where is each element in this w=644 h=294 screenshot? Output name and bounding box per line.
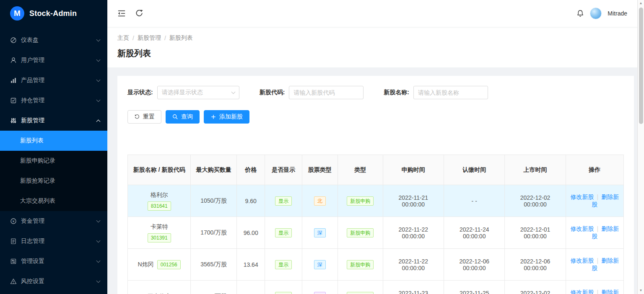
reset-button-label: 重置 xyxy=(143,113,155,121)
edit-stock-link[interactable]: 修改新股 xyxy=(571,225,594,232)
edit-stock-link[interactable]: 修改新股 xyxy=(571,257,594,264)
sidebar-item-label: 用户管理 xyxy=(21,57,93,64)
reset-icon xyxy=(134,114,140,120)
delete-stock-link[interactable]: 删除新股 xyxy=(592,225,619,240)
page-content: 主页 / 新股管理 / 新股列表 新股列表 显示状态: 请选择显示状态 xyxy=(107,27,644,294)
sidebar-item-users[interactable]: 用户管理 xyxy=(0,50,107,70)
cell-list-time: 2022-12-01 00:00:00 xyxy=(505,217,566,249)
col-header-type: 类型 xyxy=(338,155,383,185)
sidebar-item-dashboard[interactable]: 仪表盘 xyxy=(0,30,107,50)
col-header-stock-type: 股票类型 xyxy=(302,155,338,185)
scrollbar-down-arrow[interactable]: ▼ xyxy=(639,287,643,294)
sidebar-menu: 仪表盘 用户管理 产品管理 持仓管 xyxy=(0,27,107,294)
table-row[interactable]: 三未信安 1914/万股 78.89 显示 沪 新股申购 2022-11-23 … xyxy=(128,281,624,294)
stock-name: 卡莱特 xyxy=(151,223,168,231)
sidebar-item-label: 产品管理 xyxy=(21,77,93,84)
sliders-icon xyxy=(10,117,17,124)
sidebar-subitem-subscribe-records[interactable]: 新股申购记录 xyxy=(0,151,107,171)
breadcrumb-separator: / xyxy=(164,35,166,41)
action-divider: | xyxy=(597,289,599,294)
col-header-pay-time: 认缴时间 xyxy=(444,155,505,185)
status-select-placeholder: 请选择显示状态 xyxy=(162,89,232,96)
stock-type-tag: 北 xyxy=(314,196,326,206)
app-logo: M Stock-Admin xyxy=(0,0,107,27)
table-header-row: 新股名称 / 新股代码 最大购买数量 价格 是否显示 股票类型 类型 申购时间 … xyxy=(128,155,624,185)
user-avatar[interactable] xyxy=(590,8,602,19)
stock-code-tag: 001256 xyxy=(157,260,181,269)
user-name[interactable]: Mitrade xyxy=(608,10,627,17)
main-area: Mitrade 主页 / 新股管理 / 新股列表 新股列表 显示状态: xyxy=(107,0,644,294)
visible-tag: 显示 xyxy=(275,196,292,206)
visible-tag: 显示 xyxy=(275,228,292,237)
sidebar-item-label: 管理设置 xyxy=(21,258,93,265)
cell-max-buy: 1050/万股 xyxy=(191,185,237,217)
delete-stock-link[interactable]: 删除新股 xyxy=(592,193,619,208)
reset-button[interactable]: 重置 xyxy=(127,110,161,124)
cell-pay-time: 2022-12-06 00:00:00 xyxy=(444,249,505,281)
breadcrumb-separator: / xyxy=(132,35,134,41)
sidebar-subitem-grab-records[interactable]: 新股抢筹记录 xyxy=(0,171,107,191)
type-tag: 新股申购 xyxy=(347,260,374,269)
sidebar-item-admin-settings[interactable]: 管理设置 xyxy=(0,251,107,271)
scrollbar-up-arrow[interactable]: ▲ xyxy=(639,0,643,7)
table-row[interactable]: 卡莱特 301391 1700/万股 96.00 显示 深 新股申购 2022-… xyxy=(128,217,624,249)
cell-type: 新股申购 xyxy=(338,217,383,249)
col-header-name-code: 新股名称 / 新股代码 xyxy=(128,155,191,185)
stock-code-input[interactable] xyxy=(289,86,364,99)
sidebar-item-products[interactable]: 产品管理 xyxy=(0,70,107,90)
sidebar-item-funds[interactable]: ¥ 资金管理 xyxy=(0,211,107,231)
query-button[interactable]: 查询 xyxy=(166,110,200,124)
cell-visible: 显示 xyxy=(265,185,302,217)
status-select[interactable]: 请选择显示状态 xyxy=(157,86,239,99)
cell-actions: 修改新股|删除新股 xyxy=(566,249,623,281)
svg-text:¥: ¥ xyxy=(12,219,15,223)
table-row[interactable]: 格利尔 831641 1050/万股 9.60 显示 北 新股申购 2022-1… xyxy=(128,185,624,217)
cell-visible: 显示 xyxy=(265,217,302,249)
add-stock-button[interactable]: 添加新股 xyxy=(204,110,249,124)
stock-type-tag: 沪 xyxy=(314,292,326,294)
app-title: Stock-Admin xyxy=(29,9,77,18)
page-head: 主页 / 新股管理 / 新股列表 新股列表 xyxy=(107,27,644,67)
filter-group-name: 新股名称: xyxy=(384,86,488,99)
sidebar-item-positions[interactable]: 持仓管理 xyxy=(0,90,107,111)
visible-tag: 显示 xyxy=(275,260,292,269)
app-layout: M Stock-Admin 仪表盘 用户管理 xyxy=(0,0,644,294)
cell-stock-type: 沪 xyxy=(302,281,338,294)
chevron-down-icon xyxy=(231,90,235,94)
notification-bell-icon[interactable] xyxy=(576,10,584,17)
sidebar-item-label: 新股管理 xyxy=(21,117,93,124)
money-circle-icon: ¥ xyxy=(10,218,17,224)
app-logo-icon: M xyxy=(10,6,24,21)
sidebar-item-new-stocks[interactable]: 新股管理 xyxy=(0,111,107,131)
sidebar-item-logs[interactable]: 日志管理 xyxy=(0,231,107,251)
cell-max-buy: 1914/万股 xyxy=(191,281,237,294)
breadcrumb-home[interactable]: 主页 xyxy=(117,34,129,42)
sidebar-item-risk-settings[interactable]: 风控设置 xyxy=(0,271,107,291)
chevron-down-icon xyxy=(96,219,101,223)
sidebar-item-label: 资金管理 xyxy=(21,217,93,225)
delete-stock-link[interactable]: 删除新股 xyxy=(592,289,619,294)
menu-fold-icon[interactable] xyxy=(117,9,126,18)
cell-pay-time: 2022-11-24 00:00:00 xyxy=(444,217,505,249)
scrollbar[interactable]: ▲ ▼ xyxy=(637,0,644,294)
cell-pay-time: - - xyxy=(444,185,505,217)
cell-price: 13.64 xyxy=(237,249,265,281)
edit-stock-link[interactable]: 修改新股 xyxy=(571,193,594,200)
sidebar-item-label: 日志管理 xyxy=(21,237,93,245)
refresh-icon[interactable] xyxy=(135,9,143,18)
cell-price: 9.60 xyxy=(237,185,265,217)
cell-name-code: 格利尔 831641 xyxy=(128,185,191,217)
scrollbar-thumb[interactable] xyxy=(639,8,643,124)
sidebar-item-label: 风控设置 xyxy=(21,278,93,285)
cell-list-time: 2022-12-02 00:00:00 xyxy=(505,281,566,294)
cell-apply-time: 2022-11-22 00:00:00 xyxy=(383,249,444,281)
breadcrumb-new-stock-mgmt[interactable]: 新股管理 xyxy=(138,34,161,42)
edit-stock-link[interactable]: 修改新股 xyxy=(571,289,594,294)
table-row[interactable]: N炜冈 001256 3565/万股 13.64 显示 深 新股申购 2022-… xyxy=(128,249,624,281)
sidebar-subitem-new-stock-list[interactable]: 新股列表 xyxy=(0,131,107,151)
stock-name-input[interactable] xyxy=(413,86,488,99)
cell-type: 新股申购 xyxy=(338,249,383,281)
sidebar-subitem-block-trade-list[interactable]: 大宗交易列表 xyxy=(0,191,107,211)
delete-stock-link[interactable]: 删除新股 xyxy=(592,257,619,271)
cell-type: 新股申购 xyxy=(338,185,383,217)
